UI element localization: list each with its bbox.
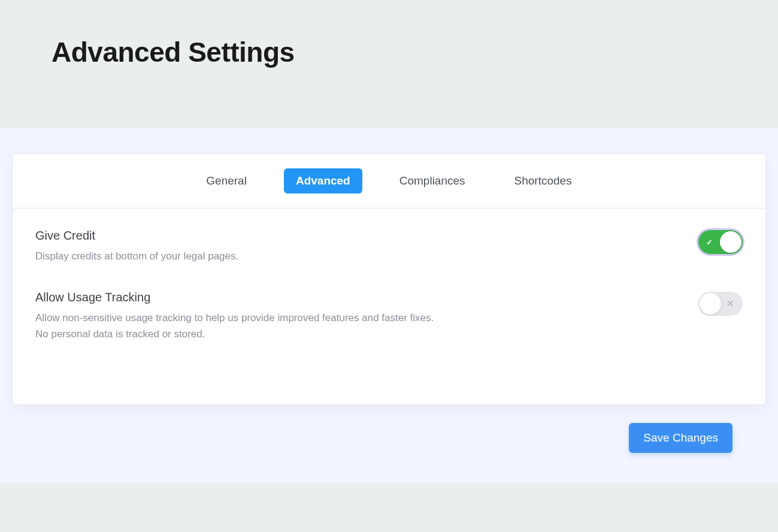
tab-advanced[interactable]: Advanced: [284, 168, 362, 194]
save-button[interactable]: Save Changes: [629, 423, 732, 453]
setting-title-usage-tracking: Allow Usage Tracking: [35, 291, 443, 304]
setting-text: Give Credit Display credits at bottom of…: [35, 229, 238, 264]
content-region: General Advanced Compliances Shortcodes …: [0, 128, 778, 483]
check-icon: ✓: [706, 238, 713, 247]
tab-general[interactable]: General: [194, 168, 259, 194]
settings-body: Give Credit Display credits at bottom of…: [13, 208, 765, 404]
toggle-knob: [720, 231, 741, 253]
setting-title-give-credit: Give Credit: [35, 229, 238, 243]
page-title: Advanced Settings: [52, 36, 778, 68]
settings-card: General Advanced Compliances Shortcodes …: [12, 153, 766, 405]
header-region: Advanced Settings: [0, 0, 778, 128]
close-icon: ✕: [726, 298, 734, 309]
setting-give-credit: Give Credit Display credits at bottom of…: [35, 229, 743, 264]
setting-usage-tracking: Allow Usage Tracking Allow non-sensitive…: [35, 291, 743, 342]
tab-compliances[interactable]: Compliances: [388, 168, 477, 194]
toggle-give-credit[interactable]: ✓: [698, 230, 743, 254]
toggle-usage-tracking[interactable]: ✕: [698, 292, 743, 316]
toggle-knob: [700, 293, 721, 315]
setting-text: Allow Usage Tracking Allow non-sensitive…: [35, 291, 443, 342]
footer-actions: Save Changes: [12, 405, 766, 453]
setting-desc-give-credit: Display credits at bottom of your legal …: [35, 249, 238, 264]
tab-shortcodes[interactable]: Shortcodes: [502, 168, 584, 194]
tabs: General Advanced Compliances Shortcodes: [13, 154, 765, 208]
setting-desc-usage-tracking: Allow non-sensitive usage tracking to he…: [35, 310, 443, 342]
